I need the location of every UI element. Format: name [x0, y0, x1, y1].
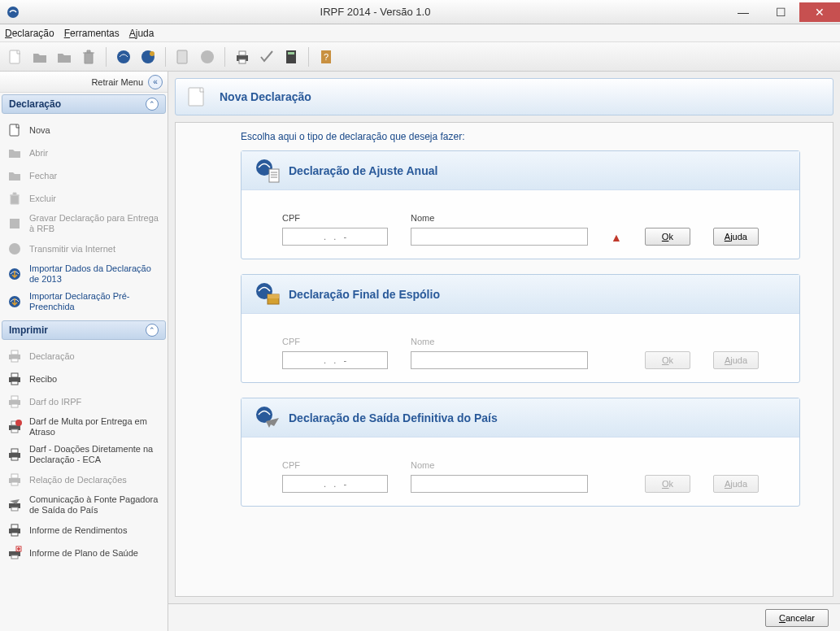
sidebar-item[interactable]: Comunicação à Fonte Pagadora de Saída do…: [2, 491, 166, 519]
printer-icon: [7, 472, 23, 488]
sidebar-item-label: Importar Dados da Declaração de 2013: [29, 263, 161, 285]
sidebar-item[interactable]: Declaração: [2, 345, 166, 368]
close-button[interactable]: ✕: [799, 2, 840, 22]
sidebar-item[interactable]: Informe de Plano de Saúde: [2, 542, 166, 564]
sidebar-item[interactable]: Darf - Doações Diretamente na Declaração…: [2, 441, 166, 468]
svg-rect-8: [239, 51, 246, 55]
printer-icon: [7, 522, 23, 538]
nome-input[interactable]: [411, 475, 588, 493]
maximize-button[interactable]: ☐: [762, 2, 799, 22]
sidebar-section-imprimir[interactable]: Imprimir ⌃: [2, 320, 166, 340]
save-icon: [7, 215, 23, 232]
svg-rect-39: [11, 507, 18, 511]
sidebar-item[interactable]: Fechar: [2, 164, 166, 187]
sidebar-item[interactable]: Importar Dados da Declaração de 2013: [2, 260, 166, 288]
tb-transmit-icon[interactable]: [137, 46, 159, 67]
declaration-card: Declaração de Ajuste Anual CPF Nome ▲ Ok…: [241, 150, 800, 259]
instruction-text: Escolha aqui o tipo de declaração que de…: [241, 131, 800, 142]
sidebar-item[interactable]: Abrir: [2, 141, 166, 164]
nome-input[interactable]: [411, 351, 588, 369]
footer-bar: Cancelar: [168, 603, 840, 631]
import-icon: [7, 294, 23, 310]
tb-open-icon[interactable]: [29, 46, 50, 67]
sidebar-item[interactable]: Importar Declaração Pré-Preenchida: [2, 288, 166, 316]
sidebar-item[interactable]: Transmitir via Internet: [2, 237, 166, 260]
document-icon: [7, 122, 23, 138]
sidebar-item[interactable]: Gravar Declaração para Entrega à RFB: [2, 210, 166, 237]
svg-rect-26: [11, 396, 18, 400]
card-icon: [255, 405, 281, 431]
tb-new-icon[interactable]: [5, 46, 26, 67]
svg-rect-33: [11, 449, 18, 453]
sidebar-section-declaracao[interactable]: Declaração ⌃: [2, 94, 166, 114]
cpf-input[interactable]: [282, 228, 388, 246]
tb-help-icon[interactable]: ?: [316, 46, 337, 67]
svg-rect-30: [11, 429, 18, 433]
window-title: IRPF 2014 - Versão 1.0: [26, 6, 725, 18]
svg-point-4: [150, 51, 155, 56]
menu-ferramentas[interactable]: Ferramentas: [64, 28, 120, 39]
cpf-input[interactable]: [282, 475, 388, 493]
tb-delete-icon[interactable]: [78, 46, 99, 67]
svg-rect-42: [11, 533, 18, 536]
ajuda-button[interactable]: Ajuda: [713, 228, 759, 246]
cpf-label: CPF: [282, 213, 388, 223]
ajuda-button[interactable]: Ajuda: [713, 475, 759, 493]
tb-doc-icon[interactable]: [172, 46, 194, 67]
declaration-card: Declaração de Saída Definitiva do País C…: [241, 398, 800, 507]
menu-declaracao[interactable]: Declaração: [5, 28, 54, 39]
printer-icon: [7, 348, 23, 364]
retract-menu-button[interactable]: «: [148, 75, 163, 89]
printer-icon: [7, 394, 23, 410]
tb-calc-icon[interactable]: [281, 46, 302, 67]
retract-menu-label: Retrair Menu: [91, 77, 143, 87]
minimize-button[interactable]: —: [725, 2, 762, 22]
sidebar-item[interactable]: Nova: [2, 119, 166, 141]
card-header: Declaração Final de Espólio: [242, 275, 799, 314]
svg-point-2: [117, 50, 130, 63]
ajuda-button[interactable]: Ajuda: [713, 351, 759, 369]
svg-rect-51: [268, 294, 279, 298]
collapse-icon[interactable]: ⌃: [146, 324, 159, 337]
tb-print-icon[interactable]: [232, 46, 253, 67]
svg-point-6: [201, 50, 214, 63]
cancel-button[interactable]: Cancelar: [765, 609, 829, 627]
card-form: CPF Nome Ok Ajuda: [242, 437, 799, 496]
sidebar-item-label: Declaração: [29, 351, 75, 362]
ok-button[interactable]: Ok: [645, 475, 690, 493]
sidebar-item[interactable]: Darf de Multa por Entrega em Atraso: [2, 413, 166, 441]
svg-text:?: ?: [324, 52, 329, 62]
sidebar-item-label: Excluir: [29, 194, 56, 204]
svg-rect-23: [11, 373, 18, 377]
ok-button[interactable]: Ok: [645, 351, 690, 369]
printer-icon: [7, 371, 23, 387]
svg-rect-20: [11, 350, 18, 355]
nome-input[interactable]: [411, 228, 588, 246]
sidebar-item-label: Darf - Doações Diretamente na Declaração…: [29, 444, 161, 465]
sidebar-item[interactable]: Darf do IRPF: [2, 390, 166, 413]
menu-ajuda[interactable]: Ajuda: [129, 28, 155, 39]
menu-bar: Declaração Ferramentas Ajuda: [0, 24, 840, 42]
nome-label: Nome: [411, 460, 588, 470]
svg-rect-14: [10, 124, 19, 136]
tb-save-icon[interactable]: [113, 46, 134, 67]
sidebar-item[interactable]: Relação de Declarações: [2, 468, 166, 491]
printer-plane-icon: [7, 497, 23, 513]
sidebar-item-label: Comunicação à Fonte Pagadora de Saída do…: [29, 494, 161, 516]
card-header: Declaração de Saída Definitiva do País: [242, 398, 799, 437]
svg-rect-21: [11, 359, 18, 362]
svg-rect-41: [11, 524, 18, 529]
nome-label: Nome: [411, 213, 588, 223]
sidebar-item[interactable]: Excluir: [2, 187, 166, 210]
cpf-label: CPF: [282, 337, 388, 346]
svg-rect-9: [239, 59, 246, 63]
tb-close-icon[interactable]: [54, 46, 75, 67]
tb-globe-icon[interactable]: [197, 46, 218, 67]
tb-check-icon[interactable]: [256, 46, 277, 67]
sidebar-item[interactable]: Recibo: [2, 368, 166, 390]
collapse-icon[interactable]: ⌃: [146, 98, 159, 111]
ok-button[interactable]: Ok: [645, 228, 690, 246]
svg-rect-44: [11, 555, 18, 559]
cpf-input[interactable]: [282, 351, 388, 369]
sidebar-item[interactable]: Informe de Rendimentos: [2, 519, 166, 542]
